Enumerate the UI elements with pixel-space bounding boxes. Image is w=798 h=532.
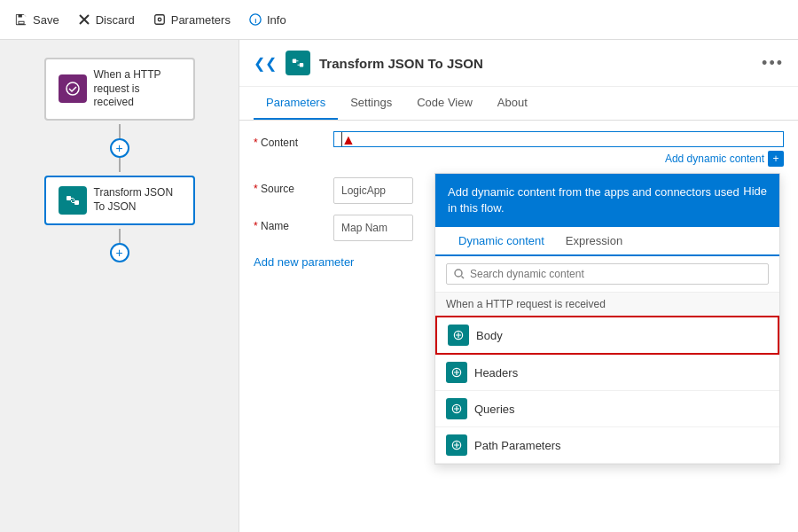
add-step-button-2[interactable]: + <box>110 243 129 262</box>
popup-item-headers[interactable]: Headers <box>435 355 779 391</box>
tab-bar: Parameters Settings Code View About <box>239 87 798 121</box>
popup-section-header: When a HTTP request is received <box>435 293 779 316</box>
http-trigger-node[interactable]: When a HTTP request is received <box>44 58 195 121</box>
popup-tab-expression[interactable]: Expression <box>555 227 633 256</box>
content-row: * Content ▲ Add dynamic content + <box>254 131 784 167</box>
popup-item-queries[interactable]: Queries <box>435 391 779 427</box>
popup-item-queries-icon <box>446 398 467 419</box>
connector-line-1 <box>119 124 121 138</box>
svg-point-4 <box>66 82 79 95</box>
tab-about[interactable]: About <box>485 87 540 120</box>
popup-hide-button[interactable]: Hide <box>743 184 767 198</box>
discard-button[interactable]: Discard <box>77 12 135 27</box>
popup-item-path-params-label: Path Parameters <box>474 439 561 452</box>
parameters-label: Parameters <box>171 13 231 27</box>
content-input[interactable]: ▲ <box>333 131 784 147</box>
info-icon: i <box>248 12 262 27</box>
panel-action-icon <box>286 51 310 75</box>
popup-tab-dynamic-content[interactable]: Dynamic content <box>448 227 555 256</box>
parameters-button[interactable]: Parameters <box>153 12 231 27</box>
content-label: * Content <box>254 131 325 149</box>
popup-item-headers-label: Headers <box>474 366 518 379</box>
svg-rect-0 <box>154 15 164 25</box>
svg-rect-7 <box>293 59 296 63</box>
tab-code-view[interactable]: Code View <box>404 87 485 120</box>
expand-icon[interactable]: ❮❮ <box>254 55 277 72</box>
panel-header: ❮❮ Transform JSON To JSON ••• <box>239 40 798 87</box>
popup-header: Add dynamic content from the apps and co… <box>435 174 779 227</box>
http-trigger-label: When a HTTP request is received <box>94 68 181 110</box>
popup-item-body-icon <box>448 325 469 346</box>
connector-line-2 <box>119 158 121 172</box>
transform-icon <box>59 186 87 215</box>
connector-line-3 <box>119 229 121 243</box>
popup-search-box <box>446 263 769 285</box>
popup-tab-bar: Dynamic content Expression <box>435 227 779 256</box>
add-param-button[interactable]: Add new parameter <box>254 252 354 272</box>
name-input[interactable]: Map Nam <box>333 215 413 241</box>
svg-text:i: i <box>254 17 256 25</box>
canvas: When a HTTP request is received + Transf… <box>0 40 239 532</box>
transform-json-node[interactable]: Transform JSON To JSON <box>44 176 195 225</box>
popup-header-text: Add dynamic content from the apps and co… <box>448 184 743 216</box>
name-value: Map Nam <box>341 222 387 234</box>
popup-search-area <box>435 256 779 293</box>
more-options-button[interactable]: ••• <box>762 54 784 73</box>
panel-title: Transform JSON To JSON <box>319 56 483 71</box>
arrow-indicator: ▲ <box>341 132 356 148</box>
transform-json-label: Transform JSON To JSON <box>94 186 181 214</box>
svg-rect-6 <box>74 200 79 205</box>
source-label: * Source <box>254 177 325 195</box>
svg-rect-5 <box>66 196 71 200</box>
tab-parameters[interactable]: Parameters <box>254 87 338 120</box>
discard-icon <box>77 12 91 27</box>
connector-2: + <box>110 229 129 262</box>
discard-label: Discard <box>96 13 135 27</box>
add-dynamic-plus-button[interactable]: + <box>768 151 784 167</box>
popup-item-body[interactable]: Body <box>435 316 779 355</box>
popup-item-queries-label: Queries <box>474 403 515 416</box>
popup-item-path-params-icon <box>446 434 467 456</box>
save-label: Save <box>33 13 59 27</box>
popup-item-body-label: Body <box>476 329 503 342</box>
panel-header-left: ❮❮ Transform JSON To JSON <box>254 51 483 75</box>
svg-rect-8 <box>300 63 303 66</box>
name-label: * Name <box>254 215 325 232</box>
connector-1: + <box>110 124 129 172</box>
info-label: Info <box>267 13 286 27</box>
search-icon <box>454 269 465 279</box>
parameters-icon <box>153 12 167 27</box>
save-button[interactable]: Save <box>14 12 59 27</box>
popup-item-headers-icon <box>446 362 467 383</box>
popup-search-input[interactable] <box>470 268 761 280</box>
svg-point-9 <box>455 270 462 277</box>
toolbar: Save Discard Parameters i Info <box>0 0 798 40</box>
tab-settings[interactable]: Settings <box>338 87 404 120</box>
add-dynamic-content-link[interactable]: Add dynamic content <box>333 151 764 167</box>
info-button[interactable]: i Info <box>248 12 286 27</box>
source-input[interactable]: LogicApp <box>333 177 413 204</box>
add-step-button-1[interactable]: + <box>110 138 129 158</box>
svg-line-10 <box>462 277 465 279</box>
svg-point-1 <box>158 18 161 21</box>
popup-item-path-params[interactable]: Path Parameters <box>435 427 779 464</box>
dynamic-content-popup: Add dynamic content from the apps and co… <box>434 173 780 465</box>
add-dynamic-content-label: Add dynamic content <box>665 153 764 165</box>
save-icon <box>14 12 28 27</box>
source-value: LogicApp <box>341 184 386 197</box>
http-trigger-icon <box>59 74 87 103</box>
